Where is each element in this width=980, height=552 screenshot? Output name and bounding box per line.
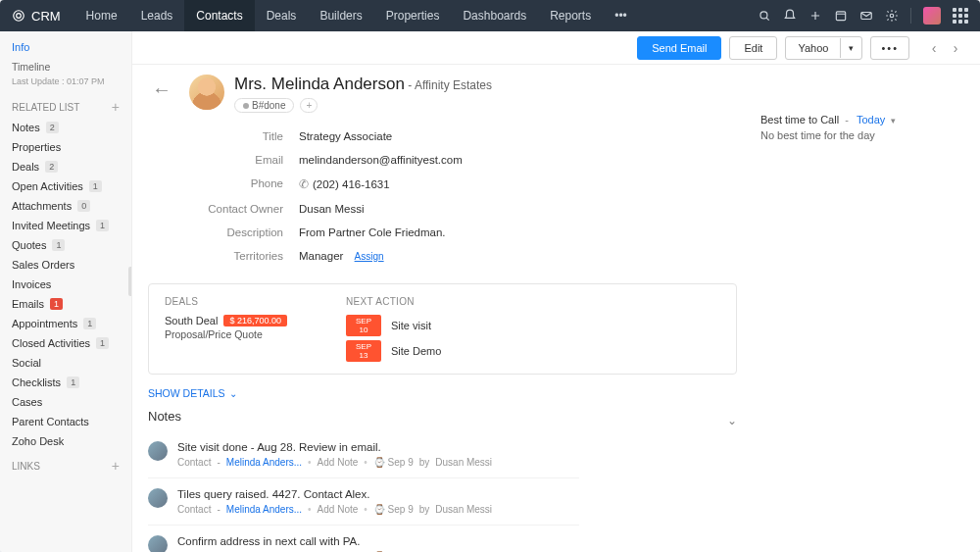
- plus-icon[interactable]: [808, 9, 822, 23]
- svg-point-9: [890, 14, 894, 18]
- nav-more[interactable]: •••: [603, 0, 639, 31]
- mail-icon[interactable]: [859, 9, 873, 23]
- sidebar-related-header: RELATED LIST +: [0, 92, 131, 118]
- next-record-icon[interactable]: ›: [947, 37, 964, 59]
- left-sidebar: Info Timeline Last Update : 01:07 PM REL…: [0, 31, 132, 552]
- deal-amount: $ 216,700.00: [223, 315, 287, 326]
- app-launcher-icon[interactable]: [953, 8, 968, 24]
- deal-name[interactable]: South Deal: [165, 315, 218, 326]
- next-action-item[interactable]: SEP 13Site Demo: [346, 340, 441, 362]
- add-tag-icon[interactable]: +: [300, 98, 318, 113]
- contact-company: - Affinity Estates: [408, 78, 492, 92]
- sidebar-item-emails[interactable]: Emails1: [0, 294, 131, 314]
- phone-value[interactable]: ✆(202) 416-1631: [299, 177, 390, 191]
- note-avatar: [148, 488, 168, 508]
- yahoo-button[interactable]: Yahoo ▾: [785, 36, 862, 60]
- brand[interactable]: CRM: [12, 9, 61, 24]
- nav-home[interactable]: Home: [74, 0, 129, 31]
- nav-properties[interactable]: Properties: [374, 0, 452, 31]
- note-text: Tiles query raised. 4427. Contact Alex.: [177, 488, 579, 500]
- best-time-sub: No best time for the day: [760, 129, 956, 141]
- sidebar-item-open-activities[interactable]: Open Activities1: [0, 176, 131, 196]
- title-label: Title: [201, 130, 299, 142]
- sidebar-item-quotes[interactable]: Quotes1: [0, 235, 131, 255]
- nav-deals[interactable]: Deals: [255, 0, 309, 31]
- calendar-icon[interactable]: [834, 9, 848, 23]
- sidebar-resize-handle[interactable]: [128, 267, 132, 296]
- send-email-button[interactable]: Send Email: [637, 36, 721, 60]
- brand-label: CRM: [31, 9, 61, 24]
- show-details-link[interactable]: SHOW DETAILS: [148, 387, 237, 399]
- best-time-label: Best time to Call: [760, 114, 839, 125]
- sidebar-item-invoices[interactable]: Invoices: [0, 275, 131, 294]
- add-link-icon[interactable]: +: [112, 459, 120, 473]
- yahoo-caret-icon[interactable]: ▾: [840, 38, 861, 58]
- notes-collapse-icon[interactable]: ⌄: [727, 414, 737, 427]
- nav-dashboards[interactable]: Dashboards: [451, 0, 538, 31]
- sidebar-item-parent-contacts[interactable]: Parent Contacts: [0, 412, 131, 431]
- svg-line-3: [766, 18, 769, 21]
- search-icon[interactable]: [758, 9, 771, 23]
- sidebar-item-closed-activities[interactable]: Closed Activities1: [0, 333, 131, 353]
- note-contact-link[interactable]: Melinda Anders...: [226, 504, 302, 515]
- gear-icon[interactable]: [885, 9, 899, 23]
- contact-avatar[interactable]: [189, 75, 224, 110]
- note-item: Tiles query raised. 4427. Contact Alex.C…: [148, 478, 579, 526]
- email-value[interactable]: melindanderson@affinityest.com: [299, 154, 463, 166]
- sidebar-item-deals[interactable]: Deals2: [0, 157, 131, 176]
- sidebar-item-social[interactable]: Social: [0, 353, 131, 373]
- sidebar-info[interactable]: Info: [0, 37, 131, 57]
- contact-name: Mrs. Melinda Anderson: [234, 75, 405, 93]
- add-related-icon[interactable]: +: [112, 100, 120, 114]
- sidebar-item-checklists[interactable]: Checklists1: [0, 373, 131, 392]
- more-actions-button[interactable]: •••: [870, 36, 909, 60]
- note-author: Dusan Messi: [435, 457, 492, 468]
- contact-details: TitleStrategy Associate Emailmelindander…: [201, 125, 737, 268]
- date-badge: SEP 13: [346, 340, 381, 362]
- sidebar-item-invited-meetings[interactable]: Invited Meetings1: [0, 216, 131, 235]
- nav-leads[interactable]: Leads: [129, 0, 185, 31]
- edit-button[interactable]: Edit: [729, 36, 777, 60]
- sidebar-item-sales-orders[interactable]: Sales Orders: [0, 255, 131, 275]
- note-avatar: [148, 441, 168, 461]
- sidebar-item-appointments[interactable]: Appointments1: [0, 314, 131, 333]
- description-value: From Partner Cole Friedman.: [299, 226, 446, 238]
- note-text: Site visit done - Aug 28. Review in emai…: [177, 441, 579, 453]
- sidebar-timeline[interactable]: Timeline: [0, 57, 131, 76]
- bell-icon[interactable]: [783, 9, 797, 23]
- next-action-item[interactable]: SEP 10Site visit: [346, 315, 441, 336]
- date-badge: SEP 10: [346, 315, 381, 336]
- prev-record-icon[interactable]: ‹: [925, 37, 943, 59]
- phone-label: Phone: [201, 177, 299, 191]
- user-avatar[interactable]: [923, 7, 941, 25]
- sidebar-item-attachments[interactable]: Attachments0: [0, 196, 131, 216]
- note-item: Confirm address in next call with PA.Con…: [148, 526, 579, 552]
- note-date: ⌚ Sep 9: [373, 504, 414, 515]
- note-item: Site visit done - Aug 28. Review in emai…: [148, 431, 579, 478]
- notes-heading: Notes: [148, 409, 181, 424]
- deals-card: DEALS South Deal $ 216,700.00 Proposal/P…: [148, 283, 737, 375]
- related-list-label: RELATED LIST: [12, 102, 79, 113]
- today-caret-icon[interactable]: ▾: [888, 116, 896, 125]
- assign-territory-link[interactable]: Assign: [355, 251, 384, 262]
- note-add-link[interactable]: Add Note: [318, 457, 359, 468]
- owner-value[interactable]: Dusan Messi: [299, 203, 364, 215]
- sidebar-item-cases[interactable]: Cases: [0, 392, 131, 412]
- territories-label: Territories: [201, 250, 299, 262]
- note-contact-link[interactable]: Melinda Anders...: [226, 457, 302, 468]
- back-arrow-icon[interactable]: ←: [148, 75, 175, 105]
- nav-builders[interactable]: Builders: [308, 0, 373, 31]
- deals-heading: DEALS: [165, 296, 287, 307]
- note-add-link[interactable]: Add Note: [318, 504, 359, 515]
- nav-reports[interactable]: Reports: [538, 0, 603, 31]
- sidebar-item-notes[interactable]: Notes2: [0, 118, 131, 137]
- sidebar-item-zoho-desk[interactable]: Zoho Desk: [0, 431, 131, 451]
- phone-icon: ✆: [299, 177, 309, 191]
- today-link[interactable]: Today: [857, 114, 885, 125]
- contact-tag[interactable]: B#done: [234, 98, 294, 113]
- sidebar-item-properties[interactable]: Properties: [0, 137, 131, 157]
- yahoo-label: Yahoo: [786, 37, 840, 59]
- note-author: Dusan Messi: [435, 504, 492, 515]
- note-text: Confirm address in next call with PA.: [177, 535, 579, 547]
- nav-contacts[interactable]: Contacts: [184, 0, 254, 31]
